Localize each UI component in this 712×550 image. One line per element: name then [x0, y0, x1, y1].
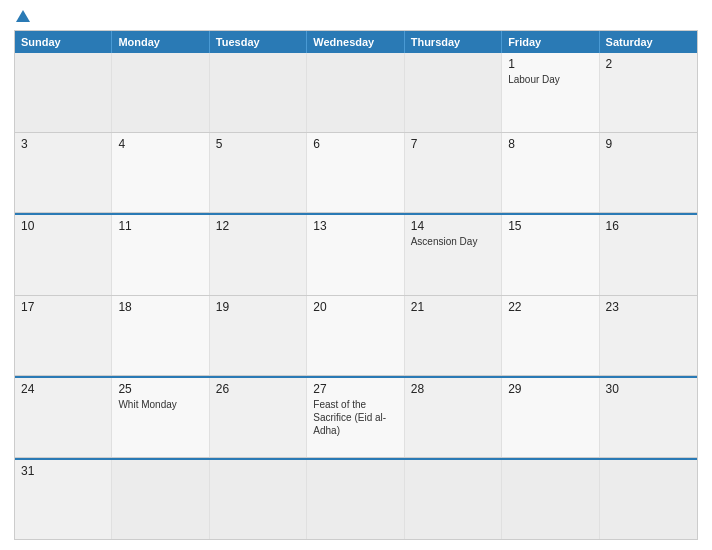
calendar-cell-0-6: 2	[600, 53, 697, 132]
calendar-cell-2-2: 12	[210, 215, 307, 294]
cell-date: 19	[216, 300, 300, 314]
weekday-header-tuesday: Tuesday	[210, 31, 307, 53]
cell-date: 15	[508, 219, 592, 233]
cell-date: 5	[216, 137, 300, 151]
calendar-cell-5-3	[307, 460, 404, 539]
cell-date: 12	[216, 219, 300, 233]
calendar-body: 1Labour Day234567891011121314Ascension D…	[15, 53, 697, 539]
cell-date: 8	[508, 137, 592, 151]
cell-date: 13	[313, 219, 397, 233]
cell-date: 10	[21, 219, 105, 233]
calendar-cell-4-0: 24	[15, 378, 112, 457]
calendar-cell-3-4: 21	[405, 296, 502, 375]
cell-date: 28	[411, 382, 495, 396]
weekday-header-saturday: Saturday	[600, 31, 697, 53]
calendar-cell-0-0	[15, 53, 112, 132]
calendar-cell-5-4	[405, 460, 502, 539]
calendar-cell-3-5: 22	[502, 296, 599, 375]
cell-date: 29	[508, 382, 592, 396]
weekday-header-monday: Monday	[112, 31, 209, 53]
calendar: SundayMondayTuesdayWednesdayThursdayFrid…	[14, 30, 698, 540]
calendar-cell-4-1: 25Whit Monday	[112, 378, 209, 457]
calendar-cell-5-2	[210, 460, 307, 539]
cell-date: 30	[606, 382, 691, 396]
calendar-cell-2-0: 10	[15, 215, 112, 294]
calendar-cell-4-6: 30	[600, 378, 697, 457]
cell-date: 18	[118, 300, 202, 314]
header	[14, 10, 698, 22]
calendar-row-1: 3456789	[15, 133, 697, 213]
calendar-cell-5-6	[600, 460, 697, 539]
cell-date: 20	[313, 300, 397, 314]
cell-date: 25	[118, 382, 202, 396]
calendar-cell-1-5: 8	[502, 133, 599, 212]
cell-date: 27	[313, 382, 397, 396]
cell-date: 9	[606, 137, 691, 151]
calendar-cell-3-2: 19	[210, 296, 307, 375]
calendar-cell-5-5	[502, 460, 599, 539]
weekday-header-wednesday: Wednesday	[307, 31, 404, 53]
cell-date: 17	[21, 300, 105, 314]
calendar-cell-1-6: 9	[600, 133, 697, 212]
calendar-cell-1-2: 5	[210, 133, 307, 212]
calendar-cell-3-1: 18	[112, 296, 209, 375]
calendar-cell-4-4: 28	[405, 378, 502, 457]
calendar-cell-1-0: 3	[15, 133, 112, 212]
calendar-cell-5-1	[112, 460, 209, 539]
calendar-header: SundayMondayTuesdayWednesdayThursdayFrid…	[15, 31, 697, 53]
calendar-cell-5-0: 31	[15, 460, 112, 539]
cell-date: 6	[313, 137, 397, 151]
weekday-header-sunday: Sunday	[15, 31, 112, 53]
cell-event: Feast of the Sacrifice (Eid al-Adha)	[313, 399, 386, 436]
cell-date: 16	[606, 219, 691, 233]
cell-event: Whit Monday	[118, 399, 176, 410]
calendar-cell-2-3: 13	[307, 215, 404, 294]
page: SundayMondayTuesdayWednesdayThursdayFrid…	[0, 0, 712, 550]
cell-date: 3	[21, 137, 105, 151]
calendar-cell-2-1: 11	[112, 215, 209, 294]
calendar-cell-0-2	[210, 53, 307, 132]
calendar-cell-4-5: 29	[502, 378, 599, 457]
calendar-cell-0-3	[307, 53, 404, 132]
calendar-cell-3-3: 20	[307, 296, 404, 375]
cell-date: 1	[508, 57, 592, 71]
cell-date: 26	[216, 382, 300, 396]
cell-date: 22	[508, 300, 592, 314]
cell-date: 24	[21, 382, 105, 396]
cell-date: 11	[118, 219, 202, 233]
calendar-cell-1-4: 7	[405, 133, 502, 212]
calendar-cell-0-1	[112, 53, 209, 132]
calendar-cell-2-5: 15	[502, 215, 599, 294]
calendar-cell-1-1: 4	[112, 133, 209, 212]
calendar-cell-4-3: 27Feast of the Sacrifice (Eid al-Adha)	[307, 378, 404, 457]
cell-date: 14	[411, 219, 495, 233]
cell-date: 2	[606, 57, 691, 71]
logo-triangle-icon	[16, 10, 30, 22]
cell-date: 21	[411, 300, 495, 314]
calendar-cell-0-5: 1Labour Day	[502, 53, 599, 132]
calendar-cell-3-6: 23	[600, 296, 697, 375]
calendar-cell-1-3: 6	[307, 133, 404, 212]
weekday-header-thursday: Thursday	[405, 31, 502, 53]
calendar-row-0: 1Labour Day2	[15, 53, 697, 133]
calendar-cell-2-6: 16	[600, 215, 697, 294]
cell-date: 23	[606, 300, 691, 314]
calendar-cell-4-2: 26	[210, 378, 307, 457]
cell-date: 31	[21, 464, 105, 478]
calendar-cell-0-4	[405, 53, 502, 132]
calendar-row-2: 1011121314Ascension Day1516	[15, 213, 697, 295]
calendar-row-5: 31	[15, 458, 697, 539]
weekday-header-friday: Friday	[502, 31, 599, 53]
cell-date: 4	[118, 137, 202, 151]
logo	[14, 10, 30, 22]
calendar-cell-3-0: 17	[15, 296, 112, 375]
calendar-cell-2-4: 14Ascension Day	[405, 215, 502, 294]
cell-event: Ascension Day	[411, 236, 478, 247]
cell-event: Labour Day	[508, 74, 560, 85]
calendar-row-3: 17181920212223	[15, 296, 697, 376]
calendar-row-4: 2425Whit Monday2627Feast of the Sacrific…	[15, 376, 697, 458]
cell-date: 7	[411, 137, 495, 151]
